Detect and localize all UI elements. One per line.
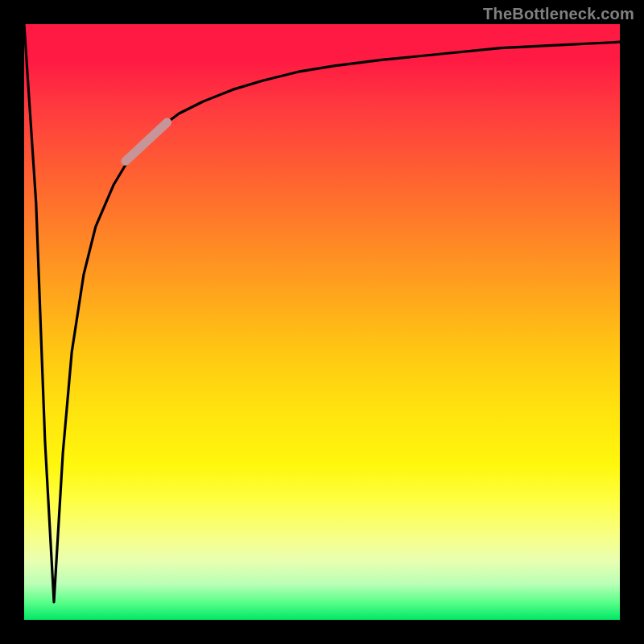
plot-area xyxy=(24,24,620,620)
bottleneck-curve xyxy=(24,24,620,602)
curve-svg xyxy=(24,24,620,620)
curve-highlight xyxy=(126,122,167,161)
watermark-text: TheBottleneck.com xyxy=(483,5,634,23)
chart-frame: TheBottleneck.com xyxy=(0,0,644,644)
